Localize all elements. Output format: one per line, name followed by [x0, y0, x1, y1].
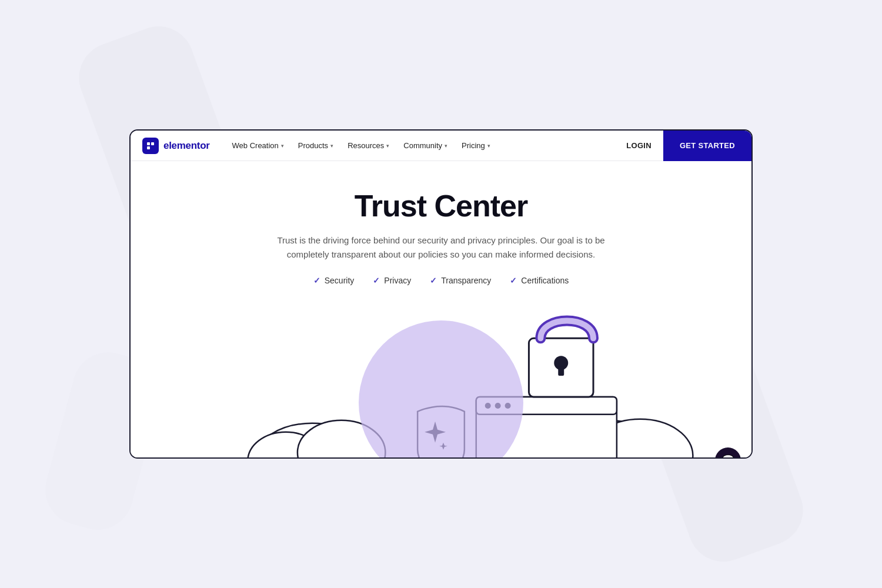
checkmark-icon: ✓: [373, 276, 380, 285]
hero-section: Trust Center Trust is the driving force …: [131, 161, 751, 303]
navbar: elementor Web Creation ▾ Products ▾ Reso…: [131, 131, 751, 161]
logo-text: elementor: [163, 140, 210, 152]
nav-right: LOGIN GET STARTED: [614, 131, 751, 161]
nav-items: Web Creation ▾ Products ▾ Resources ▾ Co…: [226, 138, 615, 153]
chevron-icon: ▾: [445, 143, 447, 149]
chevron-icon: ▾: [281, 143, 284, 149]
nav-community[interactable]: Community ▾: [397, 138, 453, 153]
browser-window: elementor Web Creation ▾ Products ▾ Reso…: [129, 129, 753, 459]
svg-rect-18: [558, 366, 564, 376]
nav-web-creation[interactable]: Web Creation ▾: [226, 138, 290, 153]
svg-rect-0: [147, 142, 150, 145]
chat-icon: 💬: [721, 454, 734, 459]
check-security: ✓ Security: [313, 276, 355, 285]
check-privacy: ✓ Privacy: [373, 276, 411, 285]
hero-subtitle: Trust is the driving force behind our se…: [259, 233, 623, 262]
svg-rect-2: [147, 146, 150, 149]
nav-pricing[interactable]: Pricing ▾: [456, 138, 496, 153]
check-certifications: ✓ Certifications: [510, 276, 569, 285]
checkmark-icon: ✓: [510, 276, 517, 285]
hero-title: Trust Center: [154, 189, 728, 223]
checkmark-icon: ✓: [313, 276, 320, 285]
checkmark-icon: ✓: [430, 276, 437, 285]
logo-icon: [142, 138, 159, 154]
logo[interactable]: elementor: [142, 138, 210, 154]
nav-products[interactable]: Products ▾: [292, 138, 339, 153]
chevron-icon: ▾: [487, 143, 490, 149]
nav-resources[interactable]: Resources ▾: [342, 138, 395, 153]
login-button[interactable]: LOGIN: [614, 136, 663, 155]
svg-rect-1: [151, 142, 154, 145]
get-started-button[interactable]: GET STARTED: [663, 131, 751, 161]
chevron-icon: ▾: [386, 143, 389, 149]
illustration-area: 💬: [131, 303, 751, 459]
hero-check-list: ✓ Security ✓ Privacy ✓ Transparency ✓ Ce…: [154, 276, 728, 285]
chevron-icon: ▾: [330, 143, 333, 149]
check-transparency: ✓ Transparency: [430, 276, 491, 285]
